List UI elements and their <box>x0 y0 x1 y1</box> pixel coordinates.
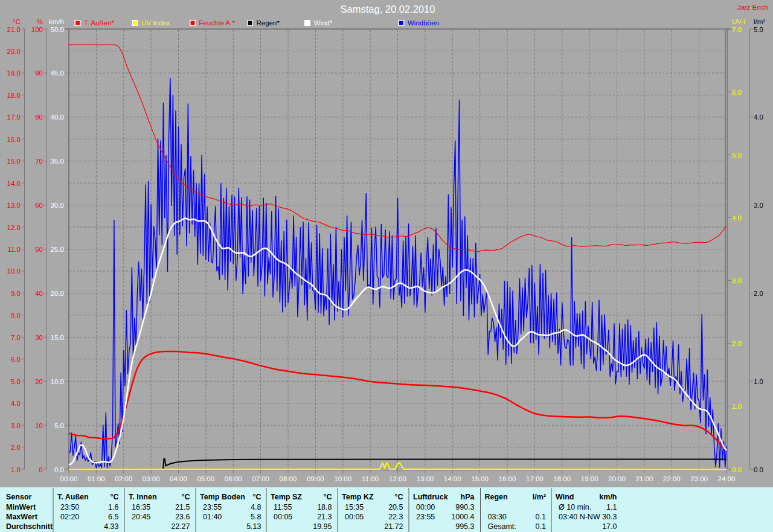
svg-text:5.13: 5.13 <box>246 522 261 531</box>
svg-text:7.0: 7.0 <box>732 26 742 33</box>
svg-text:21.5: 21.5 <box>175 503 190 511</box>
svg-text:23:50: 23:50 <box>60 503 79 511</box>
svg-text:40.0: 40.0 <box>51 114 64 121</box>
svg-text:4.0: 4.0 <box>754 114 763 121</box>
svg-text:23.6: 23.6 <box>175 513 190 521</box>
svg-text:Temp KZ: Temp KZ <box>342 493 374 501</box>
svg-text:°C: °C <box>252 493 261 501</box>
svg-text:03:40: 03:40 <box>559 513 577 521</box>
svg-text:01:40: 01:40 <box>203 513 222 521</box>
svg-text:17.0: 17.0 <box>7 114 21 121</box>
svg-text:%: % <box>37 18 43 25</box>
svg-text:70: 70 <box>35 158 43 165</box>
svg-text:2.0: 2.0 <box>732 340 742 347</box>
svg-text:22.27: 22.27 <box>171 522 190 531</box>
svg-text:00:05: 00:05 <box>345 513 364 521</box>
svg-text:30.0: 30.0 <box>51 202 64 209</box>
svg-text:Wind*: Wind* <box>314 19 333 27</box>
svg-text:0.0: 0.0 <box>732 466 742 473</box>
svg-text:07:00: 07:00 <box>252 475 269 482</box>
svg-text:15.0: 15.0 <box>7 158 21 165</box>
svg-text:5.0: 5.0 <box>754 26 763 33</box>
svg-text:10.0: 10.0 <box>51 378 64 385</box>
svg-text:Sensor: Sensor <box>6 493 32 501</box>
svg-text:23:55: 23:55 <box>203 503 222 511</box>
svg-text:5.0: 5.0 <box>11 378 21 385</box>
svg-text:21.72: 21.72 <box>384 522 403 531</box>
svg-text:Temp SZ: Temp SZ <box>271 493 302 501</box>
svg-text:15.0: 15.0 <box>51 334 64 341</box>
svg-text:18.0: 18.0 <box>7 92 21 99</box>
svg-text:3.0: 3.0 <box>754 202 763 209</box>
svg-text:0: 0 <box>39 466 43 473</box>
svg-text:08:00: 08:00 <box>280 475 297 482</box>
svg-text:MinWert: MinWert <box>6 503 36 511</box>
svg-text:20.0: 20.0 <box>51 290 64 297</box>
svg-text:40: 40 <box>35 290 43 297</box>
svg-text:13.0: 13.0 <box>7 202 21 209</box>
svg-text:1.0: 1.0 <box>11 466 21 473</box>
svg-text:17:00: 17:00 <box>526 475 544 482</box>
svg-text:9.0: 9.0 <box>11 290 21 297</box>
svg-text:80: 80 <box>35 114 43 121</box>
svg-text:km/h: km/h <box>49 18 64 25</box>
svg-text:19:00: 19:00 <box>581 475 598 482</box>
svg-text:13:00: 13:00 <box>416 475 434 482</box>
svg-text:14:00: 14:00 <box>444 475 461 482</box>
svg-text:4.0: 4.0 <box>732 214 742 222</box>
svg-text:05:00: 05:00 <box>197 475 214 482</box>
svg-text:11:55: 11:55 <box>274 503 292 511</box>
svg-text:20.0: 20.0 <box>7 48 21 55</box>
svg-text:45.0: 45.0 <box>51 69 64 77</box>
svg-text:19.0: 19.0 <box>7 69 21 77</box>
svg-text:0.1: 0.1 <box>536 513 546 521</box>
svg-text:4.33: 4.33 <box>104 522 118 531</box>
svg-text:35.0: 35.0 <box>51 158 64 165</box>
svg-text:30: 30 <box>35 334 43 341</box>
svg-text:995.3: 995.3 <box>455 522 474 531</box>
svg-text:km/h: km/h <box>599 493 617 501</box>
svg-text:T. Außen: T. Außen <box>57 493 89 501</box>
svg-text:T. Innen: T. Innen <box>129 493 157 501</box>
svg-text:6.0: 6.0 <box>732 89 742 96</box>
svg-text:Durchschnitt: Durchschnitt <box>6 522 53 531</box>
svg-text:2.0: 2.0 <box>11 444 21 451</box>
svg-text:03:00: 03:00 <box>143 475 160 482</box>
svg-text:990.3: 990.3 <box>455 503 474 511</box>
svg-text:0.1: 0.1 <box>536 522 546 531</box>
svg-text:18:00: 18:00 <box>553 475 571 482</box>
svg-text:50.0: 50.0 <box>51 26 64 33</box>
svg-text:18.8: 18.8 <box>317 503 332 511</box>
svg-text:8.0: 8.0 <box>11 312 21 319</box>
svg-text:22:00: 22:00 <box>663 475 681 482</box>
svg-text:0.0: 0.0 <box>54 466 64 473</box>
svg-text:16:00: 16:00 <box>499 475 516 482</box>
svg-text:20.5: 20.5 <box>388 503 403 511</box>
svg-text:6.0: 6.0 <box>11 356 21 363</box>
svg-text:20:45: 20:45 <box>132 513 150 521</box>
svg-text:Samstag, 20.02.2010: Samstag, 20.02.2010 <box>341 4 435 14</box>
svg-text:01:00: 01:00 <box>88 475 105 482</box>
svg-text:20: 20 <box>35 378 43 385</box>
svg-text:15:00: 15:00 <box>471 475 489 482</box>
svg-text:90: 90 <box>35 69 43 77</box>
svg-text:l/m²: l/m² <box>533 493 546 501</box>
svg-text:14.0: 14.0 <box>7 180 21 187</box>
svg-text:0.0: 0.0 <box>754 466 763 473</box>
svg-text:hPa: hPa <box>461 493 475 501</box>
svg-text:1.1: 1.1 <box>606 503 617 511</box>
svg-text:19.95: 19.95 <box>313 522 332 531</box>
svg-text:16.0: 16.0 <box>7 136 21 143</box>
svg-text:5.0: 5.0 <box>732 152 742 159</box>
svg-text:1.6: 1.6 <box>108 503 118 511</box>
svg-text:7.0: 7.0 <box>11 334 21 341</box>
svg-text:l/m²: l/m² <box>754 18 765 25</box>
svg-text:Windböen: Windböen <box>408 19 439 27</box>
svg-text:20:00: 20:00 <box>608 475 626 482</box>
svg-text:°C: °C <box>323 493 332 501</box>
svg-text:12.0: 12.0 <box>7 224 21 231</box>
svg-text:06:00: 06:00 <box>225 475 242 482</box>
svg-text:23:55: 23:55 <box>416 513 435 521</box>
svg-text:1.0: 1.0 <box>754 378 763 385</box>
svg-text:MaxWert: MaxWert <box>6 513 38 521</box>
